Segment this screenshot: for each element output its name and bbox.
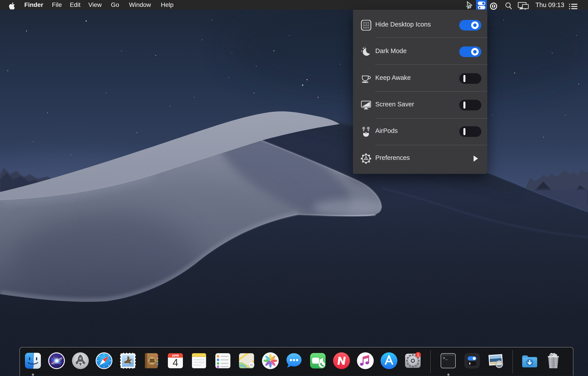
svg-text:1: 1 <box>417 353 419 357</box>
svg-text:3D: 3D <box>250 363 253 367</box>
svg-text:4: 4 <box>172 357 178 368</box>
svg-text:>_: >_ <box>443 356 448 361</box>
